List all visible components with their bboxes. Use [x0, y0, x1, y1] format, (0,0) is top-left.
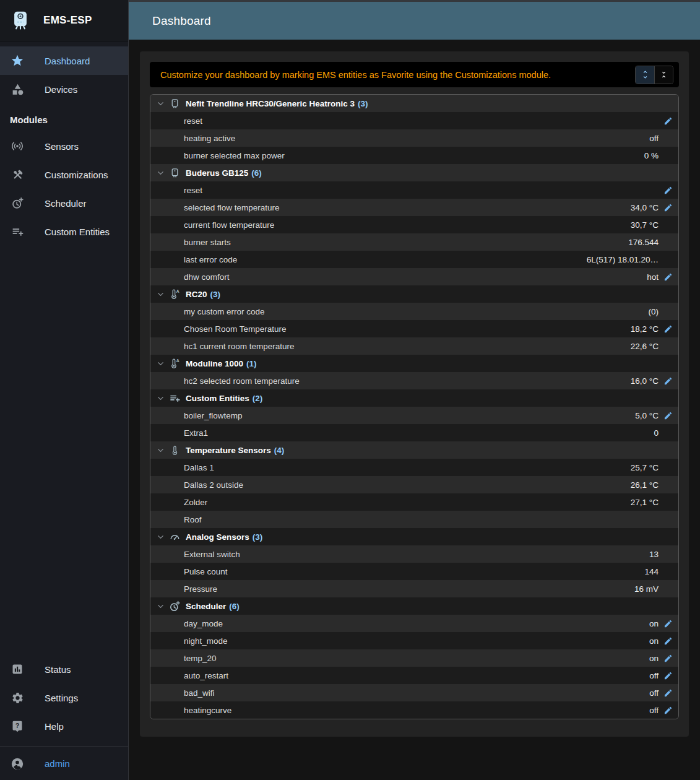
edit-pencil-icon[interactable] [659, 324, 678, 334]
group-header-analog-sensors[interactable]: Analog Sensors(3) [150, 528, 678, 545]
group-header-custom-entities[interactable]: Custom Entities(2) [150, 389, 678, 407]
category-icon [10, 83, 25, 96]
group-header-scheduler[interactable]: Scheduler(6) [150, 597, 678, 615]
group-count: (6) [251, 168, 262, 178]
edit-pencil-icon[interactable] [659, 706, 678, 715]
sidebar-main-nav: DashboardDevices [0, 41, 128, 103]
sidebar-item-label: Devices [45, 84, 77, 95]
edit-pencil-icon[interactable] [659, 636, 678, 646]
svg-text:A: A [176, 289, 179, 293]
sidebar-item-scheduler[interactable]: Scheduler [0, 189, 128, 217]
entity-value: 13 [649, 550, 659, 559]
entity-label: heating active [184, 134, 235, 143]
entity-label: boiler_flowtemp [184, 411, 243, 420]
group-header-nefit-trendline-hrc30-generic-heatronic-3[interactable]: Nefit Trendline HRC30/Generic Heatronic … [150, 95, 678, 112]
playlist-add-icon [10, 225, 25, 238]
entity-row-selected-flow-temperature: selected flow temperature34,0 °C [150, 199, 678, 216]
entity-label: burner selected max power [184, 151, 285, 160]
entity-value: 34,0 °C [631, 203, 659, 212]
thermostat-icon: A [169, 288, 181, 300]
entity-row-dallas-1: Dallas 125,7 °C [150, 459, 678, 476]
entity-label: temp_20 [184, 654, 217, 663]
sidebar-item-settings[interactable]: Settings [0, 683, 128, 712]
group-header-temperature-sensors[interactable]: Temperature Sensors(4) [150, 441, 678, 459]
expand-collapse-toggle-group [635, 66, 673, 84]
entity-label: Extra1 [184, 428, 208, 438]
group-name: Nefit Trendline HRC30/Generic Heatronic … [186, 99, 355, 108]
group-count: (4) [274, 446, 285, 455]
sidebar-item-sensors[interactable]: Sensors [0, 132, 128, 160]
group-header-rc20[interactable]: ARC20(3) [150, 285, 678, 303]
entity-value: 0 % [644, 151, 659, 160]
collapse-all-button[interactable] [654, 66, 673, 84]
edit-pencil-icon[interactable] [659, 619, 678, 628]
entity-label: Pulse count [184, 567, 228, 576]
group-name: Temperature Sensors [186, 446, 271, 455]
edit-pencil-icon[interactable] [659, 411, 678, 420]
thermostat-icon: A [169, 358, 181, 369]
entity-row-external-switch: External switch13 [150, 545, 678, 563]
svg-text:A: A [176, 358, 179, 363]
group-name: RC20 [186, 290, 207, 299]
entity-row-my-custom-error-code: my custom error code(0) [150, 303, 678, 320]
sidebar-item-admin[interactable]: admin [0, 747, 128, 780]
app-logo-header: EMS-ESP [0, 0, 128, 41]
chevron-down-icon[interactable] [156, 168, 166, 178]
chevron-down-icon[interactable] [156, 99, 166, 108]
boiler-icon [169, 98, 181, 110]
username-label: admin [45, 758, 70, 769]
sidebar-item-devices[interactable]: Devices [0, 75, 128, 103]
entity-row-temp-20: temp_20on [150, 649, 678, 667]
entity-label: reset [184, 186, 202, 195]
sidebar-item-label: Scheduler [45, 198, 87, 209]
entity-value: off [649, 671, 659, 680]
edit-pencil-icon[interactable] [659, 186, 678, 195]
edit-pencil-icon[interactable] [659, 376, 678, 386]
gear-icon [10, 691, 25, 704]
sidebar-item-status[interactable]: Status [0, 655, 128, 683]
dashboard-table: Nefit Trendline HRC30/Generic Heatronic … [150, 94, 679, 719]
sidebar-item-dashboard[interactable]: Dashboard [0, 46, 128, 75]
group-header-buderus-gb125[interactable]: Buderus GB125(6) [150, 164, 678, 181]
sidebar-item-custom-entities[interactable]: Custom Entities [0, 217, 128, 246]
group-count: (2) [253, 394, 263, 403]
sidebar-item-customizations[interactable]: Customizations [0, 160, 128, 189]
chevron-down-icon[interactable] [156, 290, 166, 299]
chevron-down-icon[interactable] [156, 394, 166, 403]
entity-value: (0) [649, 307, 659, 316]
chevron-down-icon[interactable] [156, 602, 166, 611]
edit-pencil-icon[interactable] [659, 203, 678, 212]
entity-value: 22,6 °C [631, 342, 659, 351]
chevron-down-icon[interactable] [156, 532, 166, 542]
entity-value: off [649, 688, 659, 698]
group-header-moduline-1000[interactable]: AModuline 1000(1) [150, 355, 678, 372]
sensors-icon [10, 139, 25, 153]
entity-label: Dallas 2 outside [184, 480, 243, 490]
entity-label: selected flow temperature [184, 203, 280, 212]
group-name: Custom Entities [186, 394, 249, 403]
entity-row-hc1-current-room-temperature: hc1 current room temperature22,6 °C [150, 337, 678, 355]
edit-pencil-icon[interactable] [659, 116, 678, 126]
entity-value: 176.544 [628, 238, 659, 247]
entity-row-boiler-flowtemp: boiler_flowtemp5,0 °C [150, 407, 678, 424]
expand-all-button[interactable] [636, 66, 654, 84]
entity-label: burner starts [184, 238, 231, 247]
entity-label: reset [184, 116, 202, 126]
entity-label: auto_restart [184, 671, 228, 680]
chevron-down-icon[interactable] [156, 359, 166, 368]
group-name: Scheduler [186, 602, 226, 611]
group-name: Buderus GB125 [186, 168, 248, 178]
entity-label: my custom error code [184, 307, 265, 316]
sidebar-item-label: Sensors [45, 141, 79, 152]
edit-pencil-icon[interactable] [659, 688, 678, 698]
entity-row-pulse-count: Pulse count144 [150, 563, 678, 580]
entity-row-current-flow-temperature: current flow temperature30,7 °C [150, 216, 678, 233]
entity-row-chosen-room-temperature: Chosen Room Temperature18,2 °C [150, 320, 678, 337]
edit-pencil-icon[interactable] [659, 671, 678, 680]
main-area: Dashboard Customize your dashboard by ma… [129, 0, 700, 780]
edit-pencil-icon[interactable] [659, 654, 678, 663]
edit-pencil-icon[interactable] [659, 272, 678, 282]
sidebar-item-help[interactable]: ?Help [0, 712, 128, 740]
entity-row-auto-restart: auto_restartoff [150, 667, 678, 684]
chevron-down-icon[interactable] [156, 446, 166, 455]
